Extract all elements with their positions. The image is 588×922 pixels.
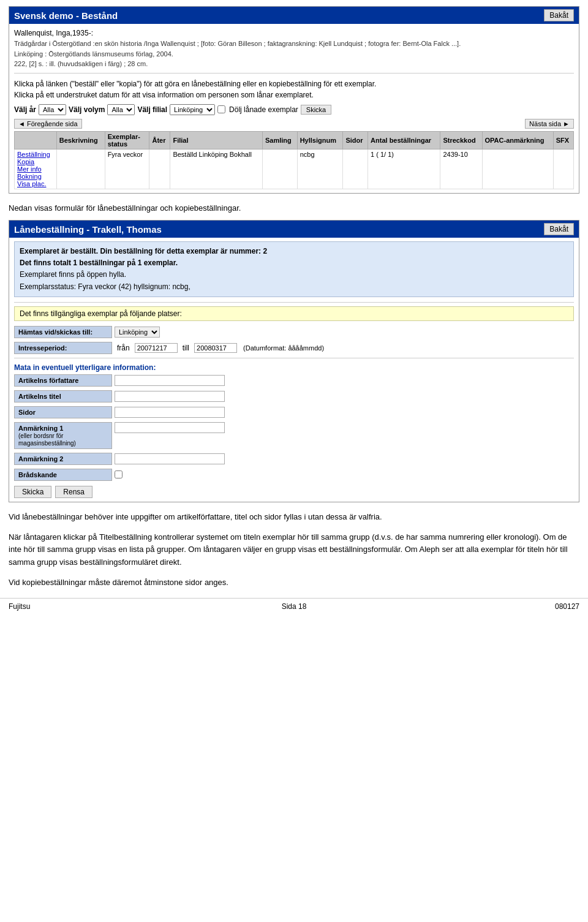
bestand-header: Svensk demo - Bestånd Bakåt: [9, 7, 579, 24]
col-hyllsignum: Hyllsignum: [297, 131, 343, 149]
info-line3: Exemplaret finns på öppen hylla.: [20, 269, 568, 281]
filial-label: Välj filial: [137, 105, 167, 114]
field4-label: Anmärkning 1(eller bordsnr förmagasinsbe…: [14, 422, 112, 449]
year-label: Välj år: [14, 105, 36, 114]
col-streckkod: Streckkod: [440, 131, 482, 149]
footer-center: Sida 18: [282, 602, 307, 611]
field3-label: Sidor: [14, 406, 112, 418]
reset-button[interactable]: Rensa: [55, 486, 92, 498]
cell-sfx: [553, 149, 573, 189]
col-sidor: Sidor: [343, 131, 368, 149]
lane-header: Lånebeställning - Trakell, Thomas Bakåt: [9, 221, 579, 238]
submit-button[interactable]: Skicka: [14, 486, 51, 498]
bokning-link[interactable]: Bokning: [17, 173, 54, 180]
cell-hyllsignum: ncbg: [297, 149, 343, 189]
cell-antal: 1 ( 1/ 1): [368, 149, 440, 189]
mer-info-link[interactable]: Mer info: [17, 165, 54, 173]
col-sfx: SFX: [553, 131, 573, 149]
info-line2: Det finns totalt 1 beställningar på 1 ex…: [20, 257, 568, 269]
intresse-from-input[interactable]: [135, 343, 178, 353]
footer-left: Fujitsu: [9, 602, 30, 611]
lane-back-button[interactable]: Bakåt: [544, 223, 574, 235]
book-author: Wallenquist, Inga,1935-:: [14, 28, 574, 39]
bestand-panel: Svensk demo - Bestånd Bakåt Wallenquist,…: [9, 6, 579, 194]
action-links-cell: Beställning Kopia Mer info Bokning Visa …: [15, 149, 57, 189]
field3-input[interactable]: [115, 407, 225, 418]
bottom-text: Vid lånebeställningar behöver inte uppgi…: [9, 511, 579, 589]
info-line1: Exemplaret är beställt. Din beställning …: [20, 246, 568, 257]
datumformat-text: (Datumformat: ååååmmdd): [243, 344, 324, 352]
footer-right: 080127: [555, 602, 579, 611]
cell-ater: [149, 149, 170, 189]
intresse-row: Intresseperiod: från till (Datumformat: …: [14, 342, 574, 354]
book-info: Wallenquist, Inga,1935-: Trädgårdar i Ös…: [14, 28, 574, 69]
cell-sidor: [343, 149, 368, 189]
field2-row: Artikelns titel: [14, 390, 574, 402]
bestallning-link[interactable]: Beställning: [17, 151, 54, 158]
hide-loaned-checkbox[interactable]: [217, 105, 225, 113]
field6-label: Brådskande: [14, 469, 112, 481]
kopia-link[interactable]: Kopia: [17, 158, 54, 165]
volume-select[interactable]: Alla: [107, 104, 135, 115]
optional-title: Mata in eventuell ytterligare informatio…: [14, 363, 574, 372]
nav-row: ◄ Föregående sida Nästa sida ►: [14, 119, 574, 129]
hamtas-select[interactable]: Linköping: [115, 327, 160, 338]
bottom-para2: När låntagaren klickar på Titelbeställni…: [9, 531, 579, 569]
table-header-row: Beskrivning Exemplar-status Åter Filial …: [15, 131, 574, 149]
field2-label: Artikelns titel: [14, 390, 112, 402]
field4-input[interactable]: [115, 422, 225, 433]
hamtas-row: Hämtas vid/skickas till: Linköping: [14, 326, 574, 338]
button-row: Skicka Rensa: [14, 486, 574, 498]
instruction-text: Klicka på länken ("beställ" eller "kopia…: [14, 78, 574, 100]
table-row: Beställning Kopia Mer info Bokning Visa …: [15, 149, 574, 189]
cell-samling: [262, 149, 297, 189]
available-text: Det finns tillgängliga exemplar på följa…: [20, 309, 568, 318]
col-opac: OPAC-anmärkning: [482, 131, 553, 149]
info-box-blue: Exemplaret är beställt. Din beställning …: [14, 241, 574, 297]
footer: Fujitsu Sida 18 080127: [0, 598, 588, 614]
year-select[interactable]: Alla: [39, 104, 66, 115]
results-table: Beskrivning Exemplar-status Åter Filial …: [14, 131, 574, 189]
next-page-button[interactable]: Nästa sida ►: [525, 119, 574, 129]
bestand-title: Svensk demo - Bestånd: [14, 10, 118, 21]
bradskande-checkbox[interactable]: [115, 470, 123, 478]
prev-page-button[interactable]: ◄ Föregående sida: [14, 119, 82, 129]
field1-input[interactable]: [115, 375, 225, 386]
hamtas-label: Hämtas vid/skickas till:: [14, 326, 112, 338]
divider3: [14, 358, 574, 358]
lane-panel: Lånebeställning - Trakell, Thomas Bakåt …: [9, 220, 579, 502]
field5-row: Anmärkning 2: [14, 453, 574, 465]
bestand-back-button[interactable]: Bakåt: [544, 9, 574, 21]
field6-row: Brådskande: [14, 469, 574, 481]
cell-status: Fyra veckor: [105, 149, 149, 189]
divider1: [14, 73, 574, 74]
field5-input[interactable]: [115, 453, 225, 464]
from-label: från: [117, 344, 130, 352]
instruction2: Klicka på ett understruket datum för att…: [14, 89, 574, 100]
book-subtitle: Trädgårdar i Östergötland :en skön histo…: [14, 39, 574, 49]
intresse-to-input[interactable]: [194, 343, 237, 353]
col-beskrivning: Beskrivning: [56, 131, 105, 149]
bottom-para3: Vid kopiebeställningar måste däremot åtm…: [9, 576, 579, 589]
field2-input[interactable]: [115, 391, 225, 402]
field5-label: Anmärkning 2: [14, 453, 112, 465]
bottom-para1: Vid lånebeställningar behöver inte uppgi…: [9, 511, 579, 524]
middle-text: Nedan visas formulär för lånebeställning…: [9, 202, 579, 214]
info-line4: Exemplarsstatus: Fyra veckor (42) hyllsi…: [20, 281, 568, 293]
skicka-button[interactable]: Skicka: [301, 105, 331, 115]
visa-plac-link[interactable]: Visa plac.: [17, 180, 54, 187]
field3-row: Sidor: [14, 406, 574, 418]
info-box-yellow: Det finns tillgängliga exemplar på följa…: [14, 306, 574, 321]
book-details: 222, [2] s. : ill. (huvudsakligen i färg…: [14, 59, 574, 69]
cell-filial: Beställd Linköping Bokhall: [170, 149, 263, 189]
divider2: [14, 302, 574, 303]
col-ater: Åter: [149, 131, 170, 149]
to-label: till: [183, 344, 189, 352]
book-publisher: Linköping : Östergötlands länsmuseums fö…: [14, 49, 574, 59]
instruction1: Klicka på länken ("beställ" eller "kopia…: [14, 78, 574, 89]
intresse-label: Intresseperiod:: [14, 342, 112, 354]
col-filial: Filial: [170, 131, 263, 149]
col-status: Exemplar-status: [105, 131, 149, 149]
filial-select[interactable]: Linköping: [170, 104, 215, 115]
lane-title: Lånebeställning - Trakell, Thomas: [14, 224, 162, 235]
